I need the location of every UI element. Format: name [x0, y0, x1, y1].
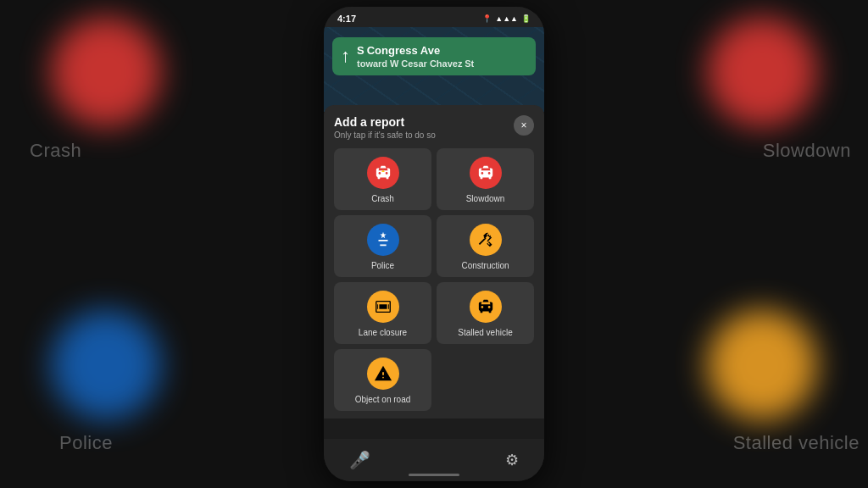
map-area: ↑ S Congress Ave toward W Cesar Chavez S… — [324, 27, 544, 112]
police-icon-circle — [367, 224, 399, 256]
slowdown-label: Slowdown — [466, 194, 505, 203]
status-time: 4:17 — [337, 14, 356, 24]
home-indicator — [409, 474, 459, 476]
crash-icon — [374, 164, 392, 182]
bg-police-label: Police — [59, 432, 113, 454]
crash-button[interactable]: Crash — [334, 148, 431, 210]
construction-label: Construction — [461, 261, 509, 270]
construction-icon-circle — [470, 224, 502, 256]
settings-button[interactable]: ⚙ — [505, 451, 519, 469]
object-on-road-label: Object on road — [355, 395, 411, 404]
wifi-icon: ▲▲▲ — [495, 14, 518, 23]
phone-container: 4:17 📍 ▲▲▲ 🔋 ↑ S Congress Ave toward W C… — [324, 7, 544, 481]
close-button[interactable]: × — [514, 115, 534, 136]
nav-text: S Congress Ave toward W Cesar Chavez St — [357, 44, 527, 69]
nav-street1-prefix: S — [357, 44, 364, 57]
nav-street1-name: Congress — [367, 44, 418, 57]
report-subtitle: Only tap if it's safe to do so — [334, 130, 436, 140]
location-icon: 📍 — [482, 14, 492, 23]
construction-icon — [476, 230, 495, 249]
nav-direction-arrow: ↑ — [341, 47, 350, 65]
slowdown-icon — [476, 164, 495, 182]
bg-police-icon — [51, 310, 161, 420]
stalled-vehicle-icon — [476, 297, 495, 316]
nav-banner: ↑ S Congress Ave toward W Cesar Chavez S… — [332, 37, 536, 75]
bg-slowdown-label: Slowdown — [763, 140, 851, 162]
report-grid: Crash Slowdown Police — [334, 148, 534, 411]
slowdown-icon-circle — [470, 157, 502, 189]
close-icon: × — [520, 119, 526, 131]
stalled-vehicle-button[interactable]: Stalled vehicle — [437, 282, 534, 344]
crash-icon-circle — [367, 157, 399, 189]
report-panel: Add a report Only tap if it's safe to do… — [324, 105, 544, 419]
object-on-road-icon-circle — [367, 358, 399, 390]
nav-street2-suffix: St — [465, 58, 474, 69]
police-label: Police — [371, 261, 394, 270]
nav-street2: toward W Cesar Chavez St — [357, 58, 527, 69]
police-button[interactable]: Police — [334, 215, 431, 277]
screen: { "statusBar": { "time": "4:17" }, "nav"… — [0, 0, 868, 488]
slowdown-button[interactable]: Slowdown — [437, 148, 534, 210]
microphone-button[interactable]: 🎤 — [349, 450, 370, 470]
nav-street2-name: Cesar Chavez — [401, 58, 462, 69]
nav-street1: S Congress Ave — [357, 44, 527, 58]
lane-closure-icon-circle — [367, 291, 399, 323]
object-on-road-button[interactable]: Object on road — [334, 349, 431, 411]
police-icon — [374, 230, 392, 249]
report-title: Add a report — [334, 115, 436, 129]
report-header: Add a report Only tap if it's safe to do… — [334, 115, 534, 140]
lane-closure-icon — [374, 297, 392, 316]
lane-closure-label: Lane closure — [359, 328, 407, 337]
bottom-bar: 🎤 ⚙ — [324, 439, 544, 481]
nav-street1-suffix: Ave — [420, 44, 440, 57]
status-bar: 4:17 📍 ▲▲▲ 🔋 — [324, 7, 544, 27]
bg-stalled-icon — [707, 310, 817, 420]
bg-crash-icon — [51, 17, 161, 127]
battery-icon: 🔋 — [521, 14, 531, 23]
crash-label: Crash — [371, 194, 394, 203]
stalled-vehicle-label: Stalled vehicle — [458, 328, 512, 337]
construction-button[interactable]: Construction — [437, 215, 534, 277]
stalled-vehicle-icon-circle — [470, 291, 502, 323]
bg-crash-label: Crash — [30, 140, 81, 162]
bg-stalled-label: Stalled vehicle — [733, 432, 860, 454]
object-on-road-icon — [374, 364, 392, 383]
status-icons: 📍 ▲▲▲ 🔋 — [482, 14, 531, 23]
bg-slowdown-icon — [707, 17, 817, 127]
report-header-text: Add a report Only tap if it's safe to do… — [334, 115, 436, 140]
nav-street2-prefix: toward W — [357, 58, 399, 69]
lane-closure-button[interactable]: Lane closure — [334, 282, 431, 344]
